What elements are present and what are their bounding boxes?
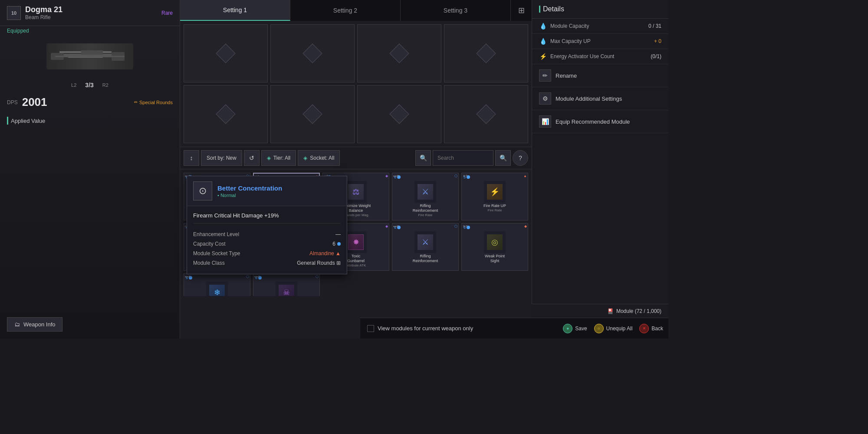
help-button[interactable]: ? bbox=[513, 150, 528, 166]
capacity-icon: 💧 bbox=[539, 22, 547, 30]
module-slot-2[interactable] bbox=[270, 24, 355, 82]
checkbox-label: View modules for current weapon only bbox=[378, 325, 473, 332]
tooltip-popup: ⊙ Better Concentration • Normal Firearm … bbox=[187, 176, 347, 274]
module-card-rifling2[interactable]: ▪▪▪6 6 ⬡ ⚔ RiflingReinforcement Fire Rat… bbox=[392, 173, 459, 220]
save-label: Save bbox=[575, 326, 587, 332]
slot-count: 3/3 bbox=[85, 82, 93, 89]
search-input[interactable] bbox=[433, 150, 493, 166]
weapon-slots-row: L2 3/3 R2 bbox=[0, 78, 180, 92]
module-card-toxic-enh[interactable]: ▪▪▪6 6 ⬡ ☠ ToxicEnhancement Bullet Impro… bbox=[253, 273, 320, 296]
equip-recommended-label: Equip Recommended Module bbox=[556, 118, 630, 125]
right-panel: Details 💧 Module Capacity 0 / 31 💧 Max C… bbox=[532, 0, 668, 339]
capacity-value: 6 bbox=[332, 241, 341, 247]
sort-order-button[interactable]: ↕ bbox=[184, 150, 199, 166]
weapon-info-group: Dogma 21 Beam Rifle bbox=[25, 5, 62, 20]
search-area: 🔍 🔍 ? bbox=[415, 150, 528, 166]
firerate-icon: ⚡ bbox=[487, 184, 503, 200]
equip-icon: 📊 bbox=[539, 115, 551, 128]
view-current-weapon-toggle[interactable]: View modules for current weapon only bbox=[367, 325, 473, 332]
module-count-text: Module (72 / 1,000) bbox=[616, 308, 661, 314]
module-slot-5[interactable] bbox=[184, 85, 268, 143]
refresh-button[interactable]: ↺ bbox=[244, 150, 260, 166]
module-card-rifling3[interactable]: ▪▪▪6 6 ⬡ ⚔ RiflingReinforcement bbox=[392, 223, 459, 271]
module-name: Fire Rate UP bbox=[464, 204, 526, 208]
module-card-chill[interactable]: ▪▪▪6 6 ⬡ ❄ ChillEnhancement Bullet Impro… bbox=[184, 273, 250, 296]
module-name: RiflingReinforcement bbox=[394, 254, 457, 263]
tab-setting2[interactable]: Setting 2 bbox=[290, 0, 401, 21]
weak-icon: ◎ bbox=[487, 234, 503, 250]
svg-rect-5 bbox=[81, 50, 103, 55]
module-capacity-row: 💧 Module Capacity 0 / 31 bbox=[532, 19, 668, 34]
module-slot-4[interactable] bbox=[444, 24, 528, 82]
module-slot-1[interactable] bbox=[184, 24, 268, 82]
tab-grid-icon[interactable]: ⊞ bbox=[511, 0, 532, 21]
dps-label: DPS bbox=[7, 99, 18, 105]
checkbox[interactable] bbox=[367, 325, 374, 332]
socket-label: Socket: All bbox=[310, 155, 334, 161]
details-header: Details bbox=[532, 0, 668, 19]
socket-badge: ⬡ bbox=[246, 275, 249, 279]
search-mode-icon[interactable]: 🔍 bbox=[415, 150, 431, 166]
module-class-value: General Rounds ⊞ bbox=[297, 260, 341, 266]
module-sub: Fire Rate bbox=[394, 213, 457, 217]
unequip-key-icon: ○ bbox=[594, 324, 604, 333]
weapon-name: Dogma 21 bbox=[25, 5, 62, 14]
tier-label: Tier: All bbox=[273, 155, 291, 161]
chill-icon: ❄ bbox=[209, 285, 225, 296]
module-slot-8[interactable] bbox=[444, 85, 528, 143]
capacity-dot bbox=[337, 242, 341, 246]
sort-by-label: Sort by: New bbox=[207, 155, 237, 161]
sort-by-button[interactable]: Sort by: New bbox=[201, 150, 242, 166]
enhancement-row: Enhancement Level — bbox=[193, 230, 341, 239]
tab-setting3[interactable]: Setting 3 bbox=[401, 0, 511, 21]
module-slot-6[interactable] bbox=[270, 85, 355, 143]
back-label: Back bbox=[651, 326, 663, 332]
filter-row: ↕ Sort by: New ↺ ◈ Tier: All ◈ Socket: A… bbox=[180, 147, 532, 169]
socket-badge: ⬡ bbox=[454, 174, 457, 178]
rename-icon: ✏ bbox=[539, 69, 551, 82]
tier-filter-button[interactable]: ◈ Tier: All bbox=[261, 150, 296, 166]
weapon-image bbox=[46, 43, 133, 69]
unequip-label: Unequip All bbox=[606, 326, 633, 332]
search-button[interactable]: 🔍 bbox=[495, 150, 511, 166]
socket-icon: ◈ bbox=[303, 155, 307, 161]
tox2-icon: ☠ bbox=[279, 285, 294, 296]
socket-filter-button[interactable]: ◈ Socket: All bbox=[298, 150, 340, 166]
tooltip-title: Better Concentration bbox=[217, 184, 282, 192]
module-card-weak-point[interactable]: ✕6 6 ◆ ◎ Weak PointSight bbox=[461, 223, 528, 271]
tooltip-header: ⊙ Better Concentration • Normal bbox=[187, 176, 347, 206]
special-rounds: Special Rounds bbox=[134, 100, 173, 105]
socket-type-value: Almandine ▲ bbox=[309, 250, 341, 256]
energy-activator-row: ⚡ Energy Activator Use Count (0/1) bbox=[532, 49, 668, 64]
module-class-label: Module Class bbox=[193, 260, 225, 266]
tabs-row: Setting 1 Setting 2 Setting 3 ⊞ bbox=[180, 0, 532, 21]
capacity-row: Capacity Cost 6 bbox=[193, 239, 341, 249]
slot-right: R2 bbox=[102, 82, 108, 88]
module-slot-grid bbox=[180, 21, 532, 147]
weapon-info-button[interactable]: 🗂 Weapon Info bbox=[7, 317, 62, 332]
module-count-bar: 🎴 Module (72 / 1,000) bbox=[532, 304, 668, 318]
tooltip-icon: ⊙ bbox=[193, 181, 212, 201]
socket-badge: ⬡ bbox=[454, 224, 457, 228]
back-action[interactable]: × Back bbox=[639, 324, 663, 333]
tab-setting1[interactable]: Setting 1 bbox=[180, 0, 290, 21]
module-capacity-label: Module Capacity bbox=[550, 23, 645, 29]
rename-button[interactable]: ✏ Rename bbox=[532, 64, 668, 87]
rename-label: Rename bbox=[556, 72, 577, 79]
save-action[interactable]: ● Save bbox=[563, 324, 587, 333]
svg-rect-3 bbox=[51, 53, 64, 60]
module-card-firerate[interactable]: ✕5 5 ▲ ⚡ Fire Rate UP Fire Rate bbox=[461, 173, 528, 220]
equip-recommended-button[interactable]: 📊 Equip Recommended Module bbox=[532, 110, 668, 133]
weapon-level: 10 bbox=[7, 6, 21, 20]
weapon-image-area bbox=[0, 35, 180, 78]
module-slot-7[interactable] bbox=[357, 85, 441, 143]
module-slot-3[interactable] bbox=[357, 24, 441, 82]
additional-settings-button[interactable]: ⚙ Module Additional Settings bbox=[532, 87, 668, 110]
weapon-type: Beam Rifle bbox=[25, 14, 62, 20]
applied-value-section: Applied Value bbox=[0, 112, 180, 129]
unequip-action[interactable]: ○ Unequip All bbox=[594, 324, 633, 333]
rifling-icon: ⚔ bbox=[418, 184, 433, 200]
save-key-icon: ● bbox=[563, 324, 572, 333]
module-sub: Fire Rate bbox=[464, 208, 526, 212]
module-name: RiflingReinforcement bbox=[394, 204, 457, 213]
